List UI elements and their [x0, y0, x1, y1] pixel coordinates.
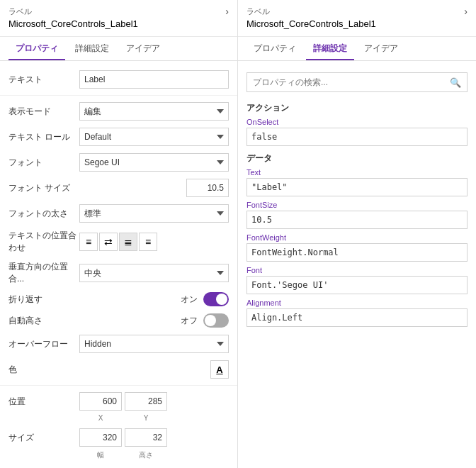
size-width-input[interactable]	[79, 428, 122, 447]
position-y-input[interactable]	[125, 392, 167, 411]
on-select-prop: OnSelect	[238, 116, 476, 148]
position-x-input[interactable]	[79, 392, 122, 411]
size-inputs	[79, 428, 167, 447]
fontsize-prop-input[interactable]	[246, 211, 468, 229]
fontweight-prop-name: FontWeight	[246, 233, 468, 242]
size-label: サイズ	[8, 432, 79, 444]
wrap-toggle[interactable]	[203, 292, 229, 306]
align-center-text-btn[interactable]: ⇄	[99, 233, 118, 251]
size-wh-labels: 幅 高さ	[0, 450, 237, 463]
right-tabs: プロパティ 詳細設定 アイデア	[238, 37, 476, 61]
h-label: 高さ	[125, 450, 167, 460]
color-label: 色	[8, 364, 79, 376]
fontsize-prop-name: FontSize	[246, 201, 468, 209]
font-prop-name: Font	[246, 266, 468, 274]
left-panel-label: ラベル	[8, 6, 32, 17]
overflow-value: Hidden	[79, 335, 229, 353]
font-select[interactable]: Segoe UI	[79, 153, 229, 172]
overflow-select[interactable]: Hidden	[79, 335, 229, 353]
fontweight-prop-input[interactable]	[246, 243, 468, 262]
text-input[interactable]	[79, 70, 229, 89]
font-prop: Font	[238, 264, 476, 296]
fontweight-prop: FontWeight	[238, 231, 476, 264]
display-mode-value: 編集	[79, 102, 229, 121]
left-tabs: プロパティ 詳細設定 アイデア	[0, 37, 237, 61]
right-chevron-icon[interactable]: ›	[464, 6, 468, 17]
font-prop-input[interactable]	[246, 276, 468, 294]
display-mode-select[interactable]: 編集	[79, 102, 229, 121]
text-role-label: テキスト ロール	[8, 131, 79, 143]
wrap-on-label: オン	[181, 294, 198, 306]
text-align-row: テキストの位置合わせ ≡ ⇄ ≣ ≡	[0, 226, 237, 257]
left-panel-title: Microsoft_CoreControls_Label1	[8, 18, 229, 29]
right-panel-header: ラベル › Microsoft_CoreControls_Label1	[238, 0, 476, 37]
auto-height-toggle[interactable]	[203, 313, 229, 328]
text-prop-input[interactable]	[246, 178, 468, 196]
overflow-row: オーバーフロー Hidden	[0, 331, 237, 357]
position-xy-labels: X Y	[0, 414, 237, 425]
align-center-btn[interactable]: ≣	[119, 233, 137, 251]
align-buttons-container: ≡ ⇄ ≣ ≡	[79, 233, 229, 251]
on-select-name: OnSelect	[246, 118, 468, 126]
font-weight-row: フォントの太さ 標準	[0, 201, 237, 226]
text-value-container	[79, 70, 229, 89]
auto-height-toggle-container: オフ	[79, 313, 229, 328]
auto-height-label: 自動高さ	[8, 315, 79, 327]
right-panel-body: 🔍 アクション OnSelect データ Text FontSize FontW…	[238, 61, 476, 465]
text-role-select[interactable]: Default	[79, 128, 229, 146]
color-swatch[interactable]: A	[210, 360, 229, 379]
vertical-align-row: 垂直方向の位置合... 中央	[0, 257, 237, 289]
section-actions: アクション	[238, 98, 476, 116]
search-box[interactable]: 🔍	[246, 72, 468, 92]
alignment-prop-input[interactable]	[246, 308, 468, 327]
left-panel-body: テキスト 表示モード 編集 テキスト ロール Default	[0, 61, 237, 465]
position-inputs	[79, 392, 167, 411]
text-property-row: テキスト	[0, 67, 237, 92]
left-panel-header: ラベル › Microsoft_CoreControls_Label1	[0, 0, 237, 37]
size-height-input[interactable]	[125, 428, 167, 447]
y-label: Y	[125, 414, 167, 422]
text-prop: Text	[238, 166, 476, 199]
text-role-row: テキスト ロール Default	[0, 124, 237, 150]
w-label: 幅	[79, 450, 122, 460]
align-right-btn[interactable]: ≡	[139, 233, 157, 251]
search-icon: 🔍	[450, 77, 461, 88]
vertical-align-label: 垂直方向の位置合...	[8, 261, 79, 285]
tab-advanced-left[interactable]: 詳細設定	[68, 37, 116, 60]
tab-advanced-right[interactable]: 詳細設定	[306, 37, 354, 60]
font-size-label: フォント サイズ	[8, 182, 79, 194]
position-row: 位置	[0, 389, 237, 414]
tab-ideas-right[interactable]: アイデア	[357, 37, 405, 60]
left-chevron-icon[interactable]: ›	[225, 6, 229, 17]
right-panel-label: ラベル	[246, 6, 270, 17]
color-icon: A	[216, 364, 222, 375]
tab-ideas-left[interactable]: アイデア	[119, 37, 167, 60]
x-label: X	[79, 414, 122, 422]
vertical-align-select[interactable]: 中央	[79, 264, 229, 282]
right-panel-title: Microsoft_CoreControls_Label1	[246, 18, 468, 29]
fontsize-prop: FontSize	[238, 199, 476, 231]
font-weight-label: フォントの太さ	[8, 208, 79, 220]
text-label: テキスト	[8, 74, 79, 86]
font-row: フォント Segoe UI	[0, 150, 237, 175]
font-weight-value: 標準	[79, 204, 229, 223]
right-panel: ラベル › Microsoft_CoreControls_Label1 プロパテ…	[238, 0, 476, 468]
vertical-align-value: 中央	[79, 264, 229, 282]
align-left-btn[interactable]: ≡	[79, 233, 98, 251]
font-weight-select[interactable]: 標準	[79, 204, 229, 223]
auto-height-row: 自動高さ オフ	[0, 310, 237, 331]
on-select-input[interactable]	[246, 128, 468, 146]
text-role-value: Default	[79, 128, 229, 146]
overflow-label: オーバーフロー	[8, 338, 79, 350]
font-label: フォント	[8, 157, 79, 169]
left-panel: ラベル › Microsoft_CoreControls_Label1 プロパテ…	[0, 0, 238, 468]
wrap-label: 折り返す	[8, 294, 79, 306]
search-input[interactable]	[253, 77, 450, 87]
display-mode-label: 表示モード	[8, 106, 79, 118]
font-size-input[interactable]	[186, 179, 229, 197]
tab-properties-right[interactable]: プロパティ	[246, 37, 303, 60]
section-data: データ	[238, 148, 476, 166]
auto-height-knob	[205, 315, 216, 326]
tab-properties-left[interactable]: プロパティ	[8, 37, 65, 60]
wrap-toggle-knob	[216, 294, 227, 305]
